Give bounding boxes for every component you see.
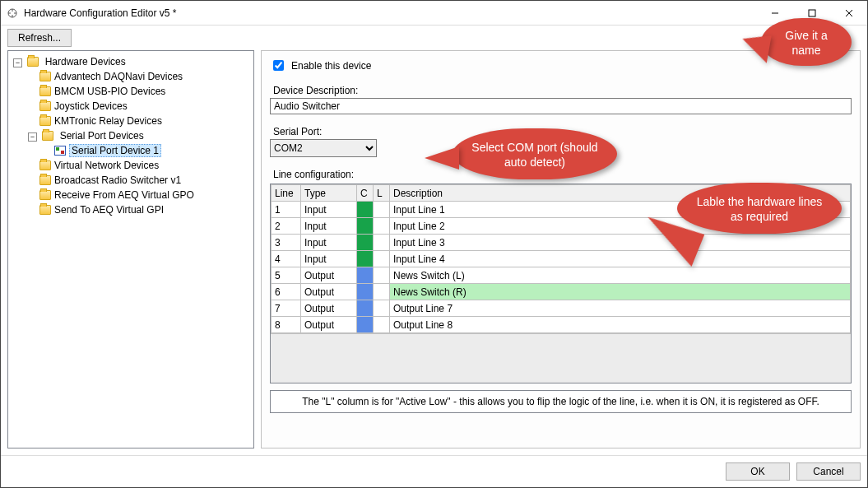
cell-active-low[interactable] <box>374 218 390 235</box>
cell-active-low[interactable] <box>374 317 390 333</box>
cell-line[interactable]: 3 <box>272 235 301 251</box>
toolbar: Refresh... <box>1 26 867 50</box>
callout-port: Select COM port (should auto detect) <box>453 128 617 179</box>
dialog-buttons: OK Cancel <box>1 455 867 487</box>
cell-color[interactable] <box>357 235 374 251</box>
callout-lines: Lable the hardware lines as required <box>677 183 842 234</box>
col-header-l[interactable]: L <box>374 185 390 202</box>
cell-description[interactable]: News Switch (L) <box>390 267 851 284</box>
folder-icon <box>27 57 39 67</box>
cell-type[interactable]: Input <box>301 202 357 218</box>
cell-description[interactable]: Input Line 4 <box>390 251 851 267</box>
cell-active-low[interactable] <box>374 202 390 218</box>
tree-item[interactable]: Joystick Devices <box>54 100 128 112</box>
tree-item[interactable]: Virtual Network Devices <box>54 160 159 171</box>
description-label: Device Description: <box>270 85 852 96</box>
table-row[interactable]: 7OutputOutput Line 7 <box>272 300 851 317</box>
enable-device-checkbox[interactable] <box>273 60 284 71</box>
table-row[interactable]: 6OutputNews Switch (R) <box>272 284 851 300</box>
grid-empty-area <box>271 333 851 383</box>
cell-description[interactable]: Output Line 8 <box>390 317 851 333</box>
tree-item[interactable]: KMTronic Relay Devices <box>54 115 162 127</box>
content-area: − Hardware Devices Advantech DAQNavi Dev… <box>1 50 867 455</box>
cell-type[interactable]: Output <box>301 317 357 333</box>
tree-item[interactable]: BMCM USB-PIO Devices <box>54 86 165 97</box>
callout-name: Give it a name <box>761 18 852 66</box>
description-input[interactable] <box>270 98 852 114</box>
folder-icon <box>39 86 51 96</box>
folder-icon <box>39 175 51 185</box>
svg-rect-2 <box>809 10 815 16</box>
cell-color[interactable] <box>357 267 374 284</box>
device-tree[interactable]: − Hardware Devices Advantech DAQNavi Dev… <box>12 54 253 217</box>
cell-line[interactable]: 6 <box>272 284 301 300</box>
folder-icon <box>39 101 51 111</box>
folder-icon <box>42 131 53 141</box>
cell-type[interactable]: Input <box>301 218 357 235</box>
expand-toggle[interactable]: − <box>13 58 22 67</box>
cell-color[interactable] <box>357 202 374 218</box>
tree-root-label[interactable]: Hardware Devices <box>45 56 126 67</box>
folder-icon <box>39 160 51 170</box>
cell-description[interactable]: Input Line 3 <box>390 235 851 251</box>
tree-item[interactable]: Advantech DAQNavi Devices <box>54 71 183 82</box>
table-row[interactable]: 5OutputNews Switch (L) <box>272 267 851 284</box>
cell-line[interactable]: 5 <box>272 267 301 284</box>
cell-color[interactable] <box>357 300 374 317</box>
callout-text: Select COM port (should auto detect) <box>471 141 597 169</box>
cell-line[interactable]: 4 <box>272 251 301 267</box>
folder-icon <box>39 116 51 126</box>
cell-line[interactable]: 1 <box>272 202 301 218</box>
enable-device-label: Enable this device <box>291 60 371 72</box>
refresh-button[interactable]: Refresh... <box>7 29 72 47</box>
window-title: Hardware Configuration Editor v5 * <box>24 7 756 19</box>
table-row[interactable]: 3InputInput Line 3 <box>272 235 851 251</box>
cell-active-low[interactable] <box>374 267 390 284</box>
callout-text: Lable the hardware lines as required <box>697 195 823 223</box>
callout-text: Give it a name <box>785 29 827 57</box>
cell-color[interactable] <box>357 317 374 333</box>
col-header-type[interactable]: Type <box>301 185 357 202</box>
cell-active-low[interactable] <box>374 251 390 267</box>
cell-type[interactable]: Output <box>301 300 357 317</box>
cell-color[interactable] <box>357 218 374 235</box>
expand-toggle[interactable]: − <box>28 132 37 142</box>
app-window: Hardware Configuration Editor v5 * Refre… <box>0 0 868 488</box>
folder-icon <box>39 72 51 81</box>
serial-port-select[interactable]: COM2 <box>270 139 377 157</box>
cell-active-low[interactable] <box>374 235 390 251</box>
tree-item[interactable]: Receive From AEQ Virtual GPO <box>54 189 194 201</box>
cancel-button[interactable]: Cancel <box>796 462 861 481</box>
tree-item[interactable]: Broadcast Radio Switcher v1 <box>54 174 181 186</box>
cell-type[interactable]: Input <box>301 251 357 267</box>
cell-description[interactable]: News Switch (R) <box>390 284 851 300</box>
cell-type[interactable]: Input <box>301 235 357 251</box>
tree-item[interactable]: Send To AEQ Virtual GPI <box>54 204 164 216</box>
close-button[interactable] <box>830 1 867 25</box>
folder-icon <box>39 205 51 215</box>
device-tree-panel: − Hardware Devices Advantech DAQNavi Dev… <box>7 50 254 448</box>
cell-type[interactable]: Output <box>301 284 357 300</box>
cell-active-low[interactable] <box>374 284 390 300</box>
cell-description[interactable]: Output Line 7 <box>390 300 851 317</box>
cell-color[interactable] <box>357 251 374 267</box>
app-icon <box>6 7 19 20</box>
cell-type[interactable]: Output <box>301 267 357 284</box>
cell-line[interactable]: 8 <box>272 317 301 333</box>
config-panel: Enable this device Device Description: S… <box>261 50 861 448</box>
tree-item-selected[interactable]: Serial Port Device 1 <box>69 144 161 157</box>
cell-line[interactable]: 7 <box>272 300 301 317</box>
tree-item[interactable]: Serial Port Devices <box>60 130 144 142</box>
cell-line[interactable]: 2 <box>272 218 301 235</box>
ok-button[interactable]: OK <box>726 462 790 481</box>
device-icon <box>54 146 66 156</box>
col-header-c[interactable]: C <box>357 185 374 202</box>
titlebar: Hardware Configuration Editor v5 * <box>1 1 867 26</box>
table-row[interactable]: 4InputInput Line 4 <box>272 251 851 267</box>
col-header-line[interactable]: Line <box>272 185 301 202</box>
table-row[interactable]: 8OutputOutput Line 8 <box>272 317 851 333</box>
cell-color[interactable] <box>357 284 374 300</box>
cell-active-low[interactable] <box>374 300 390 317</box>
folder-icon <box>39 190 51 200</box>
active-low-hint: The "L" column is for "Active Low" - thi… <box>270 390 852 413</box>
